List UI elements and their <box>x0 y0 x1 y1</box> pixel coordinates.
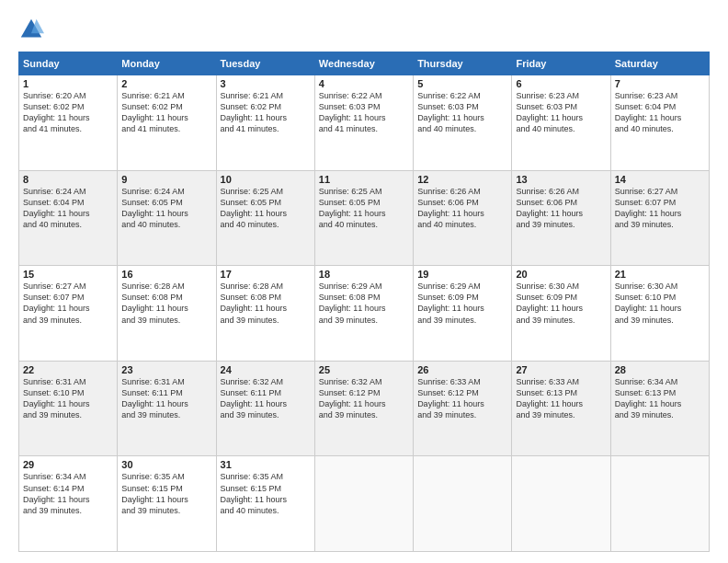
day-number: 9 <box>121 174 211 185</box>
calendar-cell: 10Sunrise: 6:25 AMSunset: 6:05 PMDayligh… <box>216 170 314 266</box>
calendar-header-saturday: Saturday <box>610 52 709 75</box>
calendar-cell: 3Sunrise: 6:21 AMSunset: 6:02 PMDaylight… <box>216 75 314 171</box>
day-info: Sunrise: 6:26 AMSunset: 6:06 PMDaylight:… <box>417 186 507 231</box>
calendar-cell: 20Sunrise: 6:30 AMSunset: 6:09 PMDayligh… <box>512 266 610 362</box>
calendar-cell: 16Sunrise: 6:28 AMSunset: 6:08 PMDayligh… <box>118 266 216 362</box>
day-info: Sunrise: 6:28 AMSunset: 6:08 PMDaylight:… <box>121 281 211 326</box>
calendar-cell: 9Sunrise: 6:24 AMSunset: 6:05 PMDaylight… <box>118 170 216 266</box>
page: SundayMondayTuesdayWednesdayThursdayFrid… <box>0 0 728 563</box>
calendar-cell <box>610 456 709 552</box>
calendar-cell: 19Sunrise: 6:29 AMSunset: 6:09 PMDayligh… <box>414 266 512 362</box>
day-info: Sunrise: 6:24 AMSunset: 6:05 PMDaylight:… <box>121 186 211 231</box>
day-info: Sunrise: 6:34 AMSunset: 6:14 PMDaylight:… <box>23 471 113 516</box>
calendar-week-1: 1Sunrise: 6:20 AMSunset: 6:02 PMDaylight… <box>19 75 710 171</box>
day-number: 23 <box>121 364 211 375</box>
day-info: Sunrise: 6:27 AMSunset: 6:07 PMDaylight:… <box>23 281 113 326</box>
calendar-cell <box>512 456 610 552</box>
day-info: Sunrise: 6:21 AMSunset: 6:02 PMDaylight:… <box>121 90 211 135</box>
day-number: 4 <box>319 78 409 89</box>
day-info: Sunrise: 6:31 AMSunset: 6:10 PMDaylight:… <box>23 376 113 421</box>
day-number: 24 <box>221 364 311 375</box>
calendar-header-monday: Monday <box>118 52 216 75</box>
day-info: Sunrise: 6:23 AMSunset: 6:03 PMDaylight:… <box>516 90 606 135</box>
day-info: Sunrise: 6:34 AMSunset: 6:13 PMDaylight:… <box>615 376 705 421</box>
calendar-week-3: 15Sunrise: 6:27 AMSunset: 6:07 PMDayligh… <box>19 266 710 362</box>
day-number: 22 <box>23 364 113 375</box>
calendar-cell: 12Sunrise: 6:26 AMSunset: 6:06 PMDayligh… <box>414 170 512 266</box>
day-info: Sunrise: 6:23 AMSunset: 6:04 PMDaylight:… <box>615 90 705 135</box>
calendar-cell: 13Sunrise: 6:26 AMSunset: 6:06 PMDayligh… <box>512 170 610 266</box>
day-info: Sunrise: 6:21 AMSunset: 6:02 PMDaylight:… <box>221 90 311 135</box>
day-info: Sunrise: 6:32 AMSunset: 6:12 PMDaylight:… <box>319 376 409 421</box>
calendar-cell: 17Sunrise: 6:28 AMSunset: 6:08 PMDayligh… <box>216 266 314 362</box>
day-info: Sunrise: 6:25 AMSunset: 6:05 PMDaylight:… <box>221 186 311 231</box>
calendar-cell: 31Sunrise: 6:35 AMSunset: 6:15 PMDayligh… <box>216 456 314 552</box>
day-number: 27 <box>516 364 606 375</box>
calendar-cell <box>414 456 512 552</box>
calendar-cell: 14Sunrise: 6:27 AMSunset: 6:07 PMDayligh… <box>610 170 709 266</box>
day-number: 5 <box>417 78 507 89</box>
header <box>18 17 710 42</box>
calendar-cell: 27Sunrise: 6:33 AMSunset: 6:13 PMDayligh… <box>512 361 610 456</box>
day-number: 31 <box>221 459 311 470</box>
calendar-week-4: 22Sunrise: 6:31 AMSunset: 6:10 PMDayligh… <box>19 361 710 456</box>
day-info: Sunrise: 6:31 AMSunset: 6:11 PMDaylight:… <box>121 376 211 421</box>
day-info: Sunrise: 6:29 AMSunset: 6:08 PMDaylight:… <box>319 281 409 326</box>
day-number: 7 <box>615 78 705 89</box>
day-info: Sunrise: 6:25 AMSunset: 6:05 PMDaylight:… <box>319 186 409 231</box>
day-number: 11 <box>319 174 409 185</box>
day-number: 21 <box>615 269 705 280</box>
day-info: Sunrise: 6:35 AMSunset: 6:15 PMDaylight:… <box>121 471 211 516</box>
calendar-cell: 15Sunrise: 6:27 AMSunset: 6:07 PMDayligh… <box>19 266 118 362</box>
day-info: Sunrise: 6:20 AMSunset: 6:02 PMDaylight:… <box>23 90 113 135</box>
day-info: Sunrise: 6:22 AMSunset: 6:03 PMDaylight:… <box>319 90 409 135</box>
calendar-cell: 5Sunrise: 6:22 AMSunset: 6:03 PMDaylight… <box>414 75 512 171</box>
calendar-week-5: 29Sunrise: 6:34 AMSunset: 6:14 PMDayligh… <box>19 456 710 552</box>
calendar-header-tuesday: Tuesday <box>216 52 314 75</box>
calendar-cell: 11Sunrise: 6:25 AMSunset: 6:05 PMDayligh… <box>314 170 413 266</box>
day-info: Sunrise: 6:35 AMSunset: 6:15 PMDaylight:… <box>221 471 311 516</box>
day-number: 12 <box>417 174 507 185</box>
day-info: Sunrise: 6:26 AMSunset: 6:06 PMDaylight:… <box>516 186 606 231</box>
calendar-cell: 29Sunrise: 6:34 AMSunset: 6:14 PMDayligh… <box>19 456 118 552</box>
calendar-cell: 23Sunrise: 6:31 AMSunset: 6:11 PMDayligh… <box>118 361 216 456</box>
logo-icon <box>18 17 44 42</box>
calendar-header-wednesday: Wednesday <box>314 52 413 75</box>
calendar-cell: 28Sunrise: 6:34 AMSunset: 6:13 PMDayligh… <box>610 361 709 456</box>
day-number: 19 <box>417 269 507 280</box>
calendar-table: SundayMondayTuesdayWednesdayThursdayFrid… <box>18 52 710 552</box>
calendar-cell: 25Sunrise: 6:32 AMSunset: 6:12 PMDayligh… <box>314 361 413 456</box>
day-info: Sunrise: 6:22 AMSunset: 6:03 PMDaylight:… <box>417 90 507 135</box>
calendar-cell: 18Sunrise: 6:29 AMSunset: 6:08 PMDayligh… <box>314 266 413 362</box>
calendar-cell: 22Sunrise: 6:31 AMSunset: 6:10 PMDayligh… <box>19 361 118 456</box>
calendar-cell: 7Sunrise: 6:23 AMSunset: 6:04 PMDaylight… <box>610 75 709 171</box>
day-number: 16 <box>121 269 211 280</box>
day-number: 29 <box>23 459 113 470</box>
day-info: Sunrise: 6:32 AMSunset: 6:11 PMDaylight:… <box>221 376 311 421</box>
day-number: 1 <box>23 78 113 89</box>
day-number: 20 <box>516 269 606 280</box>
day-number: 14 <box>615 174 705 185</box>
day-number: 6 <box>516 78 606 89</box>
calendar-cell <box>314 456 413 552</box>
day-number: 3 <box>221 78 311 89</box>
day-info: Sunrise: 6:28 AMSunset: 6:08 PMDaylight:… <box>221 281 311 326</box>
calendar-cell: 8Sunrise: 6:24 AMSunset: 6:04 PMDaylight… <box>19 170 118 266</box>
calendar-header-thursday: Thursday <box>414 52 512 75</box>
day-number: 26 <box>417 364 507 375</box>
day-info: Sunrise: 6:30 AMSunset: 6:09 PMDaylight:… <box>516 281 606 326</box>
day-info: Sunrise: 6:33 AMSunset: 6:12 PMDaylight:… <box>417 376 507 421</box>
day-number: 15 <box>23 269 113 280</box>
calendar-cell: 1Sunrise: 6:20 AMSunset: 6:02 PMDaylight… <box>19 75 118 171</box>
day-info: Sunrise: 6:29 AMSunset: 6:09 PMDaylight:… <box>417 281 507 326</box>
day-info: Sunrise: 6:24 AMSunset: 6:04 PMDaylight:… <box>23 186 113 231</box>
calendar-cell: 26Sunrise: 6:33 AMSunset: 6:12 PMDayligh… <box>414 361 512 456</box>
calendar-cell: 4Sunrise: 6:22 AMSunset: 6:03 PMDaylight… <box>314 75 413 171</box>
calendar-cell: 30Sunrise: 6:35 AMSunset: 6:15 PMDayligh… <box>118 456 216 552</box>
day-info: Sunrise: 6:30 AMSunset: 6:10 PMDaylight:… <box>615 281 705 326</box>
day-number: 10 <box>221 174 311 185</box>
calendar-cell: 21Sunrise: 6:30 AMSunset: 6:10 PMDayligh… <box>610 266 709 362</box>
calendar-header-row: SundayMondayTuesdayWednesdayThursdayFrid… <box>19 52 710 75</box>
day-number: 28 <box>615 364 705 375</box>
calendar-header-sunday: Sunday <box>19 52 118 75</box>
